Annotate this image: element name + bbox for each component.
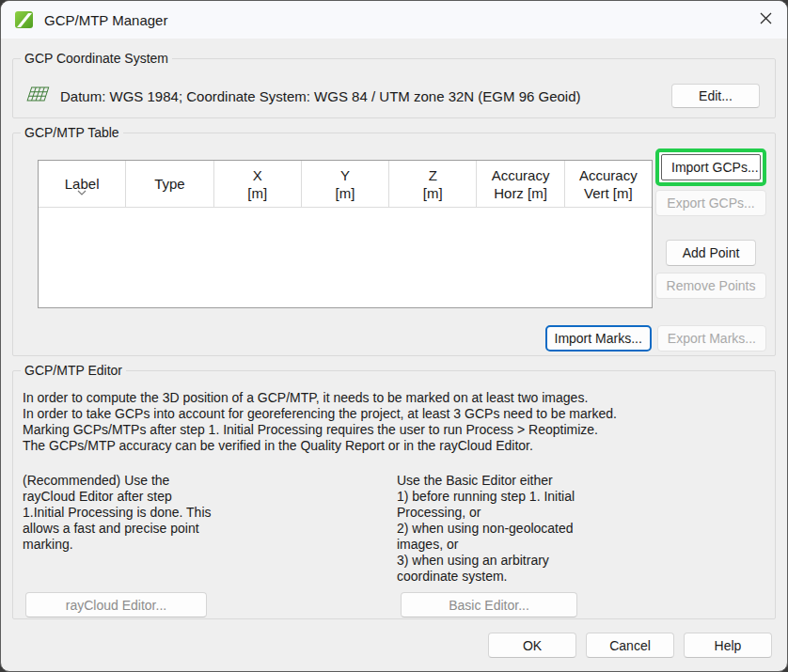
dialog-footer: OK Cancel Help (1, 633, 772, 658)
annotation-highlight-box: Import GCPs... (655, 148, 766, 186)
raycloud-editor-button[interactable]: rayCloud Editor... (25, 592, 207, 617)
table-body-empty[interactable] (39, 208, 652, 307)
table-header-row: Label Type X [m] Y [m] Z [m] Accuracy Ho… (39, 161, 652, 208)
ok-button[interactable]: OK (488, 633, 576, 658)
grid-icon (26, 86, 51, 106)
title-bar[interactable]: GCP/MTP Manager (1, 1, 787, 39)
gcp-coordinate-system-group: GCP Coordinate System Datum: WGS 1984; C… (12, 58, 776, 118)
datum-text: Datum: WGS 1984; Coordinate System: WGS … (60, 88, 581, 104)
close-icon (760, 12, 772, 27)
sort-chevron-icon (77, 164, 87, 199)
raycloud-recommendation-note: (Recommended) Use the rayCloud Editor af… (23, 473, 322, 585)
import-marks-button[interactable]: Import Marks... (545, 325, 652, 352)
help-button[interactable]: Help (684, 633, 772, 658)
column-header-y[interactable]: Y [m] (302, 161, 389, 207)
info-line-2: In order to take GCPs into account for g… (23, 406, 775, 422)
close-button[interactable] (744, 1, 787, 39)
column-header-type[interactable]: Type (126, 161, 213, 207)
editor-group-label: GCP/MTP Editor (21, 363, 126, 379)
coordinate-system-row: Datum: WGS 1984; Coordinate System: WGS … (13, 84, 775, 108)
export-gcps-button[interactable]: Export GCPs... (655, 190, 766, 216)
table-side-buttons: Import GCPs... Export GCPs... Add Point … (655, 148, 766, 299)
edit-button[interactable]: Edit... (671, 84, 760, 108)
info-line-4: The GCPs/MTP accuracy can be verified in… (23, 438, 775, 454)
pix4d-app-icon (14, 9, 35, 30)
basic-editor-note: Use the Basic Editor either 1) before ru… (397, 473, 623, 585)
info-line-1: In order to compute the 3D position of a… (23, 390, 775, 406)
cancel-button[interactable]: Cancel (586, 633, 674, 658)
window-title: GCP/MTP Manager (44, 12, 167, 28)
editor-info-text: In order to compute the 3D position of a… (23, 390, 775, 454)
table-and-buttons-row: Label Type X [m] Y [m] Z [m] Accuracy Ho… (13, 133, 775, 308)
import-gcps-button[interactable]: Import GCPs... (661, 154, 761, 180)
column-header-label[interactable]: Label (39, 161, 126, 207)
column-header-z[interactable]: Z [m] (389, 161, 477, 207)
remove-points-button[interactable]: Remove Points (655, 273, 766, 299)
table-group-label: GCP/MTP Table (21, 125, 123, 141)
editor-notes: (Recommended) Use the rayCloud Editor af… (23, 473, 775, 585)
gcp-mtp-manager-dialog: GCP/MTP Manager GCP Coordinate System (0, 0, 788, 672)
column-header-x[interactable]: X [m] (214, 161, 302, 207)
add-point-button[interactable]: Add Point (666, 240, 756, 266)
info-line-3: Marking GCPs/MTPs after step 1. Initial … (23, 422, 775, 438)
coordinate-system-group-label: GCP Coordinate System (21, 51, 172, 67)
column-header-accuracy-horz[interactable]: Accuracy Horz [m] (477, 161, 564, 207)
export-marks-button[interactable]: Export Marks... (657, 325, 766, 352)
editor-buttons-row: rayCloud Editor... Basic Editor... (13, 592, 775, 617)
basic-editor-button[interactable]: Basic Editor... (401, 592, 577, 617)
gcp-table[interactable]: Label Type X [m] Y [m] Z [m] Accuracy Ho… (38, 160, 653, 308)
gcp-mtp-table-group: GCP/MTP Table Label Type X [m] Y [m] (12, 133, 776, 356)
gcp-mtp-editor-group: GCP/MTP Editor In order to compute the 3… (12, 370, 776, 619)
column-header-accuracy-vert[interactable]: Accuracy Vert [m] (565, 161, 652, 207)
marks-buttons-row: Import Marks... Export Marks... (13, 325, 766, 352)
